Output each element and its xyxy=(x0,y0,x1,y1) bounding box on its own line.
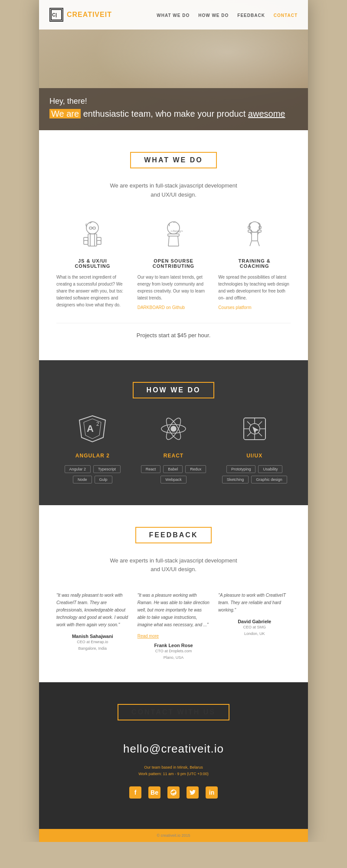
feedback-subtitle-2: and UX/UI design. xyxy=(151,566,196,572)
tag-babel: Babel xyxy=(163,465,183,473)
courses-link[interactable]: Courses platform xyxy=(218,305,291,310)
feedback-section: FEEDBACK We are experts in full-stack ja… xyxy=(39,505,308,682)
feedback-subtitle-1: We are experts in full-stack javascript … xyxy=(110,557,237,564)
svg-text:</body>: </body> xyxy=(170,229,183,233)
services-grid: JS & UX/UICONSULTING What is the secret … xyxy=(56,217,291,310)
service-js-consulting: JS & UX/UICONSULTING What is the secret … xyxy=(56,217,129,310)
training-title: TRAINING &COACHING xyxy=(218,258,291,269)
tag-gulp: Gulp xyxy=(95,476,112,483)
main-navigation: C| CREATIVEIT WHAT WE DO HOW WE DO FEEDB… xyxy=(39,0,308,30)
logo-brand: CREATIVE xyxy=(67,11,105,18)
feedback-manish: "It was really pleasant to work with Cre… xyxy=(56,592,129,661)
feedback-title: FEEDBACK xyxy=(135,527,212,543)
service-open-source: </body> OPEN SOURSECONTRIBUTING Our way … xyxy=(137,217,210,310)
nav-how-we-do[interactable]: HOW WE DO xyxy=(198,13,229,18)
feedback-name-1: Manish Sahajwani xyxy=(56,634,129,639)
svg-line-13 xyxy=(168,236,169,246)
facebook-icon[interactable]: f xyxy=(129,786,141,799)
social-links: f Be in xyxy=(56,786,291,799)
feedback-name-2: Frank Leon Rose xyxy=(137,643,210,648)
angular-icon: A 2 xyxy=(75,411,110,446)
angular-title: ANGULAR 2 xyxy=(56,453,129,459)
open-source-icon: </body> xyxy=(156,217,191,252)
hero-section: C| CREATIVEIT WHAT WE DO HOW WE DO FEEDB… xyxy=(39,0,308,130)
footer-copyright: © creativeit.io 2015 xyxy=(39,829,308,842)
tech-uiux: UI/UX Prototyping Usability Sketching Gr… xyxy=(218,411,291,483)
tag-graphic-design: Graphic design xyxy=(251,476,287,483)
feedback-name-3: David Gabriele xyxy=(218,619,291,624)
svg-point-31 xyxy=(171,426,176,431)
tag-redux: Redux xyxy=(185,465,206,473)
how-we-do-section: HOW WE DO A 2 ANGULAR 2 Angular 2 Typesc… xyxy=(39,360,308,505)
feedback-grid: "It was really pleasant to work with Cre… xyxy=(56,592,291,661)
feedback-frank: "It was a pleasure working with Raman. H… xyxy=(137,592,210,661)
svg-line-24 xyxy=(258,241,259,246)
contact-email: hello@creativeit.io xyxy=(56,742,291,756)
linkedin-icon[interactable]: in xyxy=(206,786,218,799)
nav-what-we-do[interactable]: WHAT WE DO xyxy=(157,13,190,18)
svg-rect-12 xyxy=(168,234,179,236)
svg-text:C|: C| xyxy=(52,12,57,17)
subtitle-line2: and UX/UI design. xyxy=(151,191,196,198)
tag-usability: Usability xyxy=(258,465,282,473)
hero-tagline: We are enthusiastic team, who make your … xyxy=(49,108,298,120)
darkboard-link[interactable]: DARKBOARD on Github xyxy=(137,305,210,310)
tag-typescript: Typescript xyxy=(93,465,121,473)
feedback-quote-2: "It was a pleasure working with Raman. H… xyxy=(137,592,210,628)
svg-rect-18 xyxy=(252,232,258,241)
what-we-do-subtitle: We are experts in full-stack javascript … xyxy=(56,181,291,200)
hero-awesome: awesome xyxy=(248,109,285,118)
what-we-do-section: WHAT WE DO We are experts in full-stack … xyxy=(39,130,308,360)
svg-line-14 xyxy=(178,236,179,246)
react-tags: React Babel Redux Webpack xyxy=(137,465,210,483)
contact-info: Our team based in Minsk, Belarus Work pa… xyxy=(56,764,291,778)
svg-rect-8 xyxy=(89,227,92,229)
training-icon xyxy=(237,217,272,252)
subtitle-line1: We are experts in full-stack javascript … xyxy=(110,182,237,189)
service-training: TRAINING &COACHING We spread the possibi… xyxy=(218,217,291,310)
hero-greeting: Hey, there! xyxy=(49,97,298,106)
svg-rect-9 xyxy=(93,227,95,229)
tag-webpack: Webpack xyxy=(160,476,186,483)
hero-content: Hey, there! We are enthusiastic team, wh… xyxy=(39,88,308,130)
tag-sketching: Sketching xyxy=(222,476,249,483)
feedback-subtitle: We are experts in full-stack javascript … xyxy=(56,556,291,575)
svg-point-17 xyxy=(249,222,260,232)
feedback-quote-1: "It was really pleasant to work with Cre… xyxy=(56,592,129,628)
open-source-desc: Our way to learn latest trends, get ener… xyxy=(137,274,210,302)
feedback-role-2: CTO at Droplets.comPlano, USA xyxy=(137,648,210,661)
price-note: Projects start at $45 per hour. xyxy=(56,323,291,339)
tag-prototyping: Prototyping xyxy=(226,465,256,473)
svg-text:A: A xyxy=(87,423,94,434)
dribbble-icon[interactable] xyxy=(167,786,180,799)
react-icon xyxy=(156,411,191,446)
uiux-title: UI/UX xyxy=(218,453,291,459)
logo-text: CREATIVEIT xyxy=(67,11,112,19)
feedback-david: "A pleasure to work with CreativeIT team… xyxy=(218,592,291,661)
nav-feedback[interactable]: FEEDBACK xyxy=(237,13,265,18)
uiux-icon xyxy=(237,411,272,446)
twitter-icon[interactable] xyxy=(187,786,199,799)
react-title: REACT xyxy=(137,453,210,459)
hero-tagline-text: enthusiastic team, who make your product xyxy=(83,109,248,118)
contact-section: CONTACT WITH US hello@creativeit.io Our … xyxy=(39,682,308,829)
angular-tags: Angular 2 Typescript Node Gulp xyxy=(56,465,129,483)
js-consulting-icon xyxy=(75,217,110,252)
how-we-do-title: HOW WE DO xyxy=(133,382,215,398)
what-we-do-title: WHAT WE DO xyxy=(130,152,216,168)
contact-title: CONTACT WITH US xyxy=(118,704,229,720)
training-desc: We spread the possibilities of latest te… xyxy=(218,274,291,302)
tech-angular: A 2 ANGULAR 2 Angular 2 Typescript Node … xyxy=(56,411,129,483)
nav-contact[interactable]: CONTACT xyxy=(274,13,298,18)
feedback-role-3: CEO at SMGLondon, UK xyxy=(218,624,291,637)
svg-text:2: 2 xyxy=(96,421,99,427)
logo: C| CREATIVEIT xyxy=(49,8,112,22)
tag-angular2: Angular 2 xyxy=(65,465,91,473)
behance-icon[interactable]: Be xyxy=(148,786,160,799)
logo-suffix: T xyxy=(107,11,112,18)
read-more-link[interactable]: Read more xyxy=(137,634,210,638)
logo-icon: C| xyxy=(49,8,63,22)
svg-rect-3 xyxy=(88,234,97,246)
open-source-title: OPEN SOURSECONTRIBUTING xyxy=(137,258,210,269)
tag-react: React xyxy=(141,465,161,473)
